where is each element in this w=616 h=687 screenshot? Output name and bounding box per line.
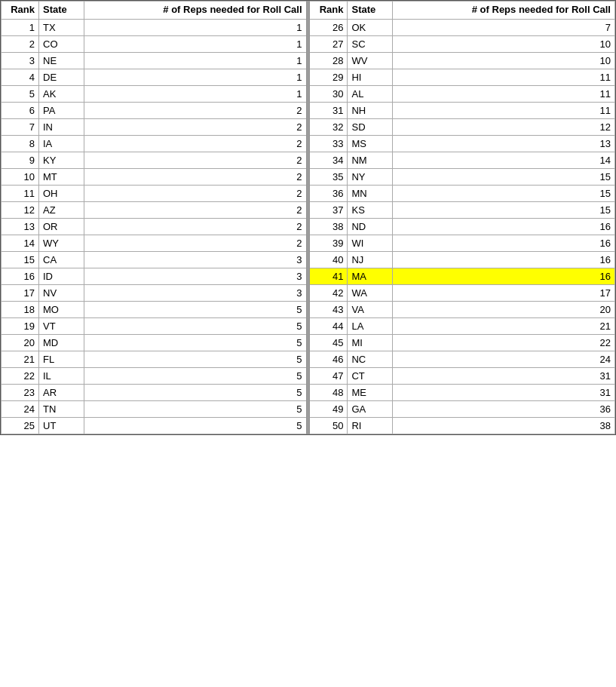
state-cell: WV xyxy=(348,52,393,69)
state-cell: SD xyxy=(348,118,393,135)
state-cell: OK xyxy=(348,19,393,35)
rank-cell: 7 xyxy=(2,118,39,135)
table-row: 35 NY 15 xyxy=(310,168,615,185)
rank-cell: 19 xyxy=(2,317,39,334)
table-row: 32 SD 12 xyxy=(310,118,615,135)
state-cell: DE xyxy=(39,69,84,85)
right-state-header: State xyxy=(348,2,393,20)
rank-cell: 11 xyxy=(2,185,39,201)
table-row: 43 VA 20 xyxy=(310,301,615,317)
reps-cell: 3 xyxy=(84,268,307,284)
rank-cell: 48 xyxy=(310,384,348,400)
table-row: 37 KS 15 xyxy=(310,201,615,218)
reps-cell: 5 xyxy=(84,384,307,400)
left-state-header: State xyxy=(39,2,84,20)
rank-cell: 1 xyxy=(2,19,39,35)
table-row: 42 WA 17 xyxy=(310,284,615,301)
reps-cell: 7 xyxy=(393,19,615,35)
reps-cell: 13 xyxy=(393,135,615,152)
reps-cell: 1 xyxy=(84,19,307,35)
rank-cell: 22 xyxy=(2,367,39,384)
reps-cell: 5 xyxy=(84,367,307,384)
rank-cell: 21 xyxy=(2,351,39,367)
state-cell: MD xyxy=(39,334,84,351)
reps-cell: 31 xyxy=(393,367,615,384)
state-cell: CA xyxy=(39,251,84,268)
left-reps-header: # of Reps needed for Roll Call xyxy=(84,2,307,20)
reps-cell: 2 xyxy=(84,235,307,251)
table-row: 4 DE 1 xyxy=(2,69,307,85)
reps-cell: 22 xyxy=(393,334,615,351)
reps-cell: 1 xyxy=(84,35,307,52)
state-cell: WI xyxy=(348,235,393,251)
rank-cell: 4 xyxy=(2,69,39,85)
reps-cell: 24 xyxy=(393,351,615,367)
rank-cell: 16 xyxy=(2,268,39,284)
state-cell: CT xyxy=(348,367,393,384)
rank-cell: 10 xyxy=(2,168,39,185)
table-row: 5 AK 1 xyxy=(2,85,307,102)
rank-cell: 9 xyxy=(2,152,39,168)
rank-cell: 31 xyxy=(310,102,348,118)
reps-cell: 2 xyxy=(84,218,307,235)
state-cell: MO xyxy=(39,301,84,317)
table-row: 24 TN 5 xyxy=(2,400,307,417)
rank-cell: 20 xyxy=(2,334,39,351)
rank-cell: 50 xyxy=(310,417,348,434)
reps-cell: 5 xyxy=(84,334,307,351)
reps-cell: 2 xyxy=(84,118,307,135)
rank-cell: 27 xyxy=(310,35,348,52)
reps-cell: 1 xyxy=(84,85,307,102)
rank-cell: 38 xyxy=(310,218,348,235)
state-cell: MN xyxy=(348,185,393,201)
state-cell: NC xyxy=(348,351,393,367)
reps-cell: 16 xyxy=(393,235,615,251)
rank-cell: 42 xyxy=(310,284,348,301)
state-cell: VA xyxy=(348,301,393,317)
right-rank-header: Rank xyxy=(310,2,348,20)
table-row: 27 SC 10 xyxy=(310,35,615,52)
rank-cell: 47 xyxy=(310,367,348,384)
table-row: 17 NV 3 xyxy=(2,284,307,301)
table-row: 44 LA 21 xyxy=(310,317,615,334)
rank-cell: 28 xyxy=(310,52,348,69)
table-row: 6 PA 2 xyxy=(2,102,307,118)
state-cell: OR xyxy=(39,218,84,235)
right-reps-header: # of Reps needed for Roll Call xyxy=(393,2,615,20)
rank-cell: 39 xyxy=(310,235,348,251)
state-cell: IA xyxy=(39,135,84,152)
state-cell: KY xyxy=(39,152,84,168)
state-cell: MT xyxy=(39,168,84,185)
rank-cell: 30 xyxy=(310,85,348,102)
table-row: 48 ME 31 xyxy=(310,384,615,400)
state-cell: HI xyxy=(348,69,393,85)
state-cell: TN xyxy=(39,400,84,417)
table-row: 8 IA 2 xyxy=(2,135,307,152)
table-row: 20 MD 5 xyxy=(2,334,307,351)
rank-cell: 46 xyxy=(310,351,348,367)
state-cell: ME xyxy=(348,384,393,400)
reps-cell: 5 xyxy=(84,400,307,417)
reps-cell: 2 xyxy=(84,102,307,118)
state-cell: AR xyxy=(39,384,84,400)
rank-cell: 24 xyxy=(2,400,39,417)
rank-cell: 8 xyxy=(2,135,39,152)
table-row: 7 IN 2 xyxy=(2,118,307,135)
reps-cell: 15 xyxy=(393,168,615,185)
state-cell: AL xyxy=(348,85,393,102)
rank-cell: 49 xyxy=(310,400,348,417)
table-row: 30 AL 11 xyxy=(310,85,615,102)
reps-cell: 20 xyxy=(393,301,615,317)
table-row: 15 CA 3 xyxy=(2,251,307,268)
rank-cell: 34 xyxy=(310,152,348,168)
state-cell: ND xyxy=(348,218,393,235)
reps-cell: 2 xyxy=(84,168,307,185)
rank-cell: 18 xyxy=(2,301,39,317)
rank-cell: 6 xyxy=(2,102,39,118)
reps-cell: 16 xyxy=(393,218,615,235)
table-row: 16 ID 3 xyxy=(2,268,307,284)
table-row: 33 MS 13 xyxy=(310,135,615,152)
table-row: 9 KY 2 xyxy=(2,152,307,168)
reps-cell: 1 xyxy=(84,69,307,85)
rank-cell: 17 xyxy=(2,284,39,301)
